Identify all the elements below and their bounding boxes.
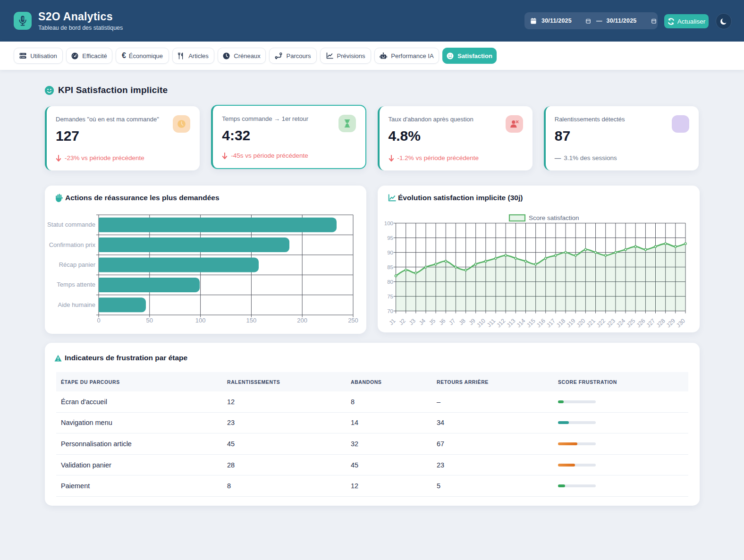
svg-text:J1: J1 bbox=[388, 317, 397, 326]
svg-text:100: 100 bbox=[195, 317, 206, 324]
svg-text:J17: J17 bbox=[545, 317, 557, 329]
svg-text:J20: J20 bbox=[575, 317, 586, 329]
svg-text:J4: J4 bbox=[418, 317, 427, 326]
svg-text:Confirmation prix: Confirmation prix bbox=[49, 241, 96, 248]
svg-text:J11: J11 bbox=[486, 317, 497, 329]
svg-text:J21: J21 bbox=[585, 317, 597, 329]
svg-text:J14: J14 bbox=[515, 317, 526, 329]
svg-text:J19: J19 bbox=[565, 317, 576, 329]
svg-text:J6: J6 bbox=[438, 317, 447, 326]
svg-text:Score satisfaction: Score satisfaction bbox=[529, 214, 579, 221]
svg-text:J5: J5 bbox=[428, 317, 437, 326]
svg-text:Temps attente: Temps attente bbox=[57, 281, 95, 288]
svg-text:J18: J18 bbox=[555, 317, 566, 329]
svg-text:J29: J29 bbox=[665, 317, 676, 329]
svg-text:J23: J23 bbox=[605, 317, 617, 329]
svg-text:J10: J10 bbox=[475, 317, 487, 329]
svg-text:J27: J27 bbox=[645, 317, 656, 329]
svg-text:100: 100 bbox=[384, 221, 393, 226]
svg-text:J2: J2 bbox=[398, 317, 407, 326]
svg-text:J26: J26 bbox=[635, 317, 646, 329]
svg-text:95: 95 bbox=[387, 235, 393, 241]
svg-text:J3: J3 bbox=[408, 317, 417, 326]
svg-text:J15: J15 bbox=[525, 317, 537, 329]
svg-text:J13: J13 bbox=[505, 317, 516, 329]
svg-text:Récap panier: Récap panier bbox=[59, 261, 96, 268]
svg-text:200: 200 bbox=[297, 317, 307, 324]
svg-text:J9: J9 bbox=[468, 317, 477, 326]
svg-text:J24: J24 bbox=[615, 317, 626, 329]
svg-text:150: 150 bbox=[246, 317, 257, 324]
svg-text:J28: J28 bbox=[655, 317, 667, 329]
svg-text:J22: J22 bbox=[595, 317, 607, 329]
svg-text:250: 250 bbox=[348, 317, 358, 324]
svg-text:Statut commande: Statut commande bbox=[47, 221, 95, 228]
svg-text:85: 85 bbox=[387, 264, 393, 270]
svg-text:Aide humaine: Aide humaine bbox=[58, 301, 96, 308]
svg-text:J7: J7 bbox=[448, 317, 457, 326]
svg-text:J12: J12 bbox=[495, 317, 507, 329]
svg-text:50: 50 bbox=[146, 317, 153, 324]
svg-text:0: 0 bbox=[97, 317, 100, 324]
svg-text:75: 75 bbox=[387, 294, 393, 299]
svg-text:J25: J25 bbox=[625, 317, 636, 329]
svg-text:80: 80 bbox=[387, 279, 393, 285]
svg-text:J8: J8 bbox=[457, 317, 466, 326]
svg-text:90: 90 bbox=[387, 250, 393, 255]
svg-text:J30: J30 bbox=[675, 317, 686, 329]
svg-text:70: 70 bbox=[387, 308, 393, 314]
svg-text:J16: J16 bbox=[535, 317, 547, 329]
